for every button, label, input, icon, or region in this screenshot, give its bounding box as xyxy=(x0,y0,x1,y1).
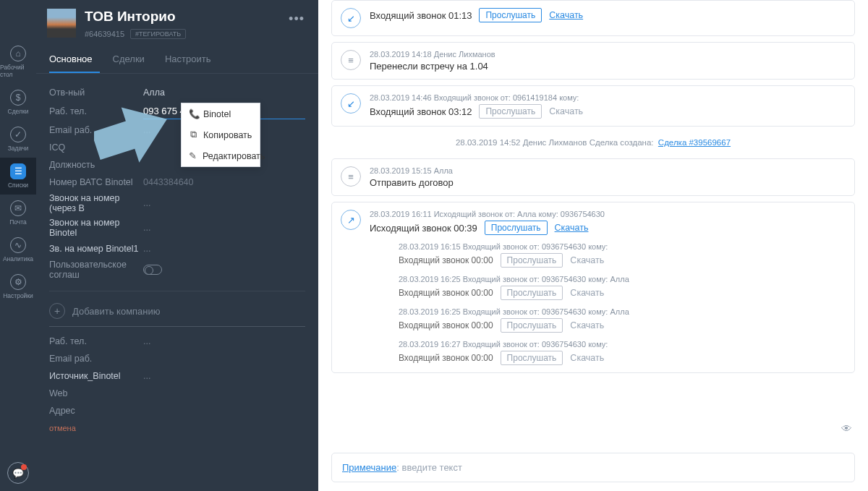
nav-tasks[interactable]: ✓Задачи xyxy=(0,121,36,158)
label-phone: Раб. тел. xyxy=(49,106,143,116)
tag-button[interactable]: #ТЕГИРОВАТЬ xyxy=(130,29,186,39)
contact-title[interactable]: ТОВ Инторио xyxy=(85,9,286,25)
visibility-icon[interactable]: 👁 xyxy=(841,422,852,435)
phone-in-icon: ↙ xyxy=(341,93,361,114)
deal-link[interactable]: Сделка #39569667 xyxy=(658,138,731,147)
listen-button[interactable]: Прослушать xyxy=(501,253,563,268)
contact-card: ТОВ Инторио #64639415 #ТЕГИРОВАТЬ ••• Ос… xyxy=(36,0,318,491)
sub-meta: 28.03.2019 16:27 Входящий звонок от: 093… xyxy=(399,340,846,349)
plus-icon: + xyxy=(49,303,65,319)
consent-toggle[interactable] xyxy=(143,265,162,275)
sub-meta: 28.03.2019 16:25 Входящий звонок от: 093… xyxy=(399,307,846,316)
mail-icon: ✉ xyxy=(10,200,26,216)
gear-icon: ⚙ xyxy=(10,274,26,290)
note-prefix: Примечание xyxy=(342,462,396,473)
c-label-src: Источник_Binotel xyxy=(49,371,143,381)
sub-title: Входящий звонок 00:00 xyxy=(399,353,493,363)
value-call-b[interactable]: ... xyxy=(143,198,305,208)
download-link[interactable]: Скачать xyxy=(570,255,604,265)
listen-button[interactable]: Прослушать xyxy=(501,286,563,300)
label-consent: Пользовательское соглаш xyxy=(49,260,143,280)
notification-dot xyxy=(21,464,27,470)
nav-lists[interactable]: ☰Списки xyxy=(0,158,36,195)
ctx-edit[interactable]: ✎Редактировать xyxy=(182,145,260,166)
call-meta: 28.03.2019 14:46 Входящий звонок от: 096… xyxy=(370,93,846,102)
download-link[interactable]: Скачать xyxy=(570,353,604,363)
label-icq: ICQ xyxy=(49,142,143,153)
note-text: Перенесли встречу на 1.04 xyxy=(370,61,488,72)
ctx-copy[interactable]: ⧉Копировать xyxy=(182,124,260,145)
download-link[interactable]: Скачать xyxy=(555,223,589,233)
call-title: Входящий звонок 01:13 xyxy=(370,10,472,21)
label-position: Должность xyxy=(49,160,143,170)
download-link[interactable]: Скачать xyxy=(549,10,583,20)
listen-button[interactable]: Прослушать xyxy=(485,221,548,235)
listen-button[interactable]: Прослушать xyxy=(501,318,563,333)
nav-desktop[interactable]: ⌂Рабочий стол xyxy=(0,40,36,84)
cancel-link[interactable]: отмена xyxy=(49,419,305,437)
feed-note-card: ≡ 28.03.2019 15:15 Алла Отправить догово… xyxy=(331,158,855,196)
nav-deals[interactable]: $Сделки xyxy=(0,84,36,121)
c-label-web: Web xyxy=(49,388,143,398)
chart-icon: ∿ xyxy=(10,237,26,253)
feed-note-card: ≡ 28.03.2019 14:18 Денис Лихманов Перене… xyxy=(331,42,855,80)
c-value-phone[interactable]: ... xyxy=(143,336,305,346)
phone-icon: 📞 xyxy=(189,108,197,119)
ctx-binotel[interactable]: 📞Binotel xyxy=(182,103,260,124)
activity-feed: ↙ Входящий звонок 01:13 Прослушать Скача… xyxy=(318,0,868,491)
nav-settings[interactable]: ⚙Настройки xyxy=(0,268,36,305)
call-title: Входящий звонок 03:12 xyxy=(370,106,472,117)
value-vats[interactable]: 0443384640 xyxy=(143,177,305,187)
label-email: Email раб. xyxy=(49,125,143,135)
add-company[interactable]: + Добавить компанию xyxy=(49,300,305,327)
value-responsible[interactable]: Алла xyxy=(143,87,305,98)
nav-chat[interactable]: 💬 xyxy=(7,462,29,484)
tab-main[interactable]: Основное xyxy=(49,48,100,73)
sub-call: 28.03.2019 16:27 Входящий звонок от: 093… xyxy=(370,340,846,365)
tab-setup[interactable]: Настроить xyxy=(165,48,218,73)
add-company-label: Добавить компанию xyxy=(72,306,161,317)
label-call-binotel1: Зв. на номер Binotel1 xyxy=(49,244,143,254)
fields-block: Отв-ныйАлла Раб. тел. Email раб.... ICQ … xyxy=(36,74,318,447)
pencil-icon: ✎ xyxy=(189,150,197,161)
sub-call: 28.03.2019 16:25 Входящий звонок от: 093… xyxy=(370,307,846,333)
feed-call-group: ↗ 28.03.2019 16:11 Исходящий звонок от: … xyxy=(331,202,855,373)
listen-button[interactable]: Прослушать xyxy=(479,104,542,119)
c-label-phone: Раб. тел. xyxy=(49,336,143,346)
label-responsible: Отв-ный xyxy=(49,87,143,98)
note-icon: ≡ xyxy=(341,50,361,70)
check-icon: ✓ xyxy=(10,127,26,142)
feed-call-card: ↙ 28.03.2019 14:46 Входящий звонок от: 0… xyxy=(331,85,855,127)
value-call-binotel1[interactable]: ... xyxy=(143,244,305,254)
label-call-b: Звонок на номер (через B xyxy=(49,193,143,213)
label-call-binotel: Звонок на номер Binotel xyxy=(49,218,143,238)
download-link[interactable]: Скачать xyxy=(570,288,604,298)
phone-out-icon: ↗ xyxy=(341,210,361,230)
call-title: Исходящий звонок 00:39 xyxy=(370,223,477,234)
avatar[interactable] xyxy=(47,9,76,38)
listen-button[interactable]: Прослушать xyxy=(501,351,563,365)
value-call-binotel[interactable]: ... xyxy=(143,223,305,233)
phone-context-menu: 📞Binotel ⧉Копировать ✎Редактировать xyxy=(181,103,260,167)
download-link[interactable]: Скачать xyxy=(570,320,604,330)
sub-title: Входящий звонок 00:00 xyxy=(399,288,493,298)
phone-in-icon: ↙ xyxy=(341,8,361,28)
c-label-email: Email раб. xyxy=(49,354,143,364)
note-placeholder: : введите текст xyxy=(396,462,462,473)
copy-icon: ⧉ xyxy=(189,129,197,140)
feed-call-card: ↙ Входящий звонок 01:13 Прослушать Скача… xyxy=(331,0,855,36)
tab-deals[interactable]: Сделки xyxy=(113,48,152,73)
note-input[interactable]: Примечание: введите текст xyxy=(331,453,855,482)
nav-rail: ⌂Рабочий стол $Сделки ✓Задачи ☰Списки ✉П… xyxy=(0,0,36,491)
nav-analytics[interactable]: ∿Аналитика xyxy=(0,231,36,268)
nav-mail[interactable]: ✉Почта xyxy=(0,195,36,231)
dollar-icon: $ xyxy=(10,90,26,106)
sub-title: Входящий звонок 00:00 xyxy=(399,255,493,265)
c-value-src[interactable]: ... xyxy=(143,371,305,381)
download-link[interactable]: Скачать xyxy=(549,106,583,116)
call-meta: 28.03.2019 16:11 Исходящий звонок от: Ал… xyxy=(370,210,846,218)
listen-button[interactable]: Прослушать xyxy=(479,8,542,22)
more-menu[interactable]: ••• xyxy=(286,9,307,39)
sys-meta: 28.03.2019 14:52 Денис Лихманов Сделка с… xyxy=(456,138,654,147)
system-entry: 28.03.2019 14:52 Денис Лихманов Сделка с… xyxy=(331,132,855,153)
